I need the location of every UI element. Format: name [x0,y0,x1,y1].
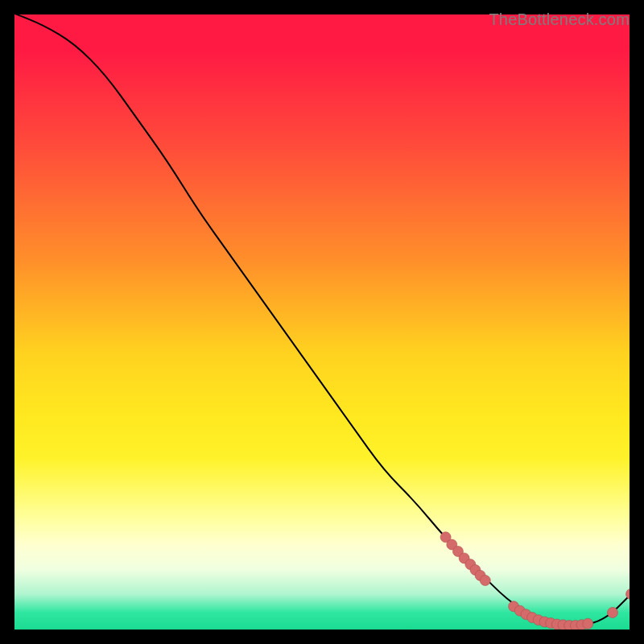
data-point [480,576,490,586]
attribution-label: TheBottleneck.com [489,10,630,29]
plot-area: TheBottleneck.com [13,13,631,631]
data-point [583,618,593,629]
bottleneck-curve [13,13,631,625]
chart-svg [13,13,631,631]
points-layer [440,532,631,631]
chart-stage: TheBottleneck.com [0,0,644,644]
curve-layer [13,13,631,625]
data-point [607,607,617,617]
